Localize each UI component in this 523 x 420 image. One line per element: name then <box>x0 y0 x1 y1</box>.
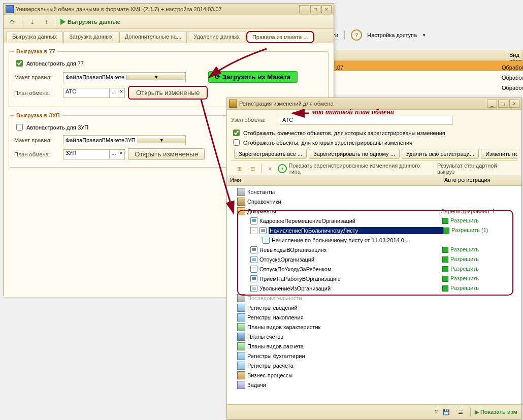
doc-otpuska[interactable]: ОтпускаОрганизацийРазрешить <box>227 254 521 264</box>
show-registered-link[interactable]: Показать зарегистрированные изменения да… <box>289 163 431 175</box>
export-icon[interactable]: ⤓ <box>26 16 38 27</box>
col-name[interactable]: Имя <box>227 175 441 185</box>
minimize-button[interactable]: _ <box>299 5 309 13</box>
run-export-button[interactable]: Выгрузить данные <box>60 19 120 25</box>
maket-select[interactable]: ФайлаПравилВМакете▼ <box>63 72 186 82</box>
refresh-icon[interactable]: ⟳ <box>7 16 18 27</box>
doc-kadrovoe[interactable]: КадровоеПеремещениеОрганизацийРазрешить <box>227 216 521 225</box>
maket-zup-select[interactable]: ФайлаПравилВМакетеЗУП▼ <box>63 135 186 145</box>
doc-priem[interactable]: ПриемНаРаботуВОрганизациюРазрешить <box>227 274 521 283</box>
doc-nachislenie-instance[interactable]: Начисление по больничному листу от 11.03… <box>227 235 521 245</box>
node-calc-registers[interactable]: Регистры расчета <box>227 361 521 370</box>
win2-help-icon[interactable]: ? <box>435 409 438 415</box>
open-changes-button[interactable]: Открыть измененые <box>128 86 208 100</box>
change-number-button[interactable]: Изменить но <box>481 149 517 159</box>
show-count-label: Отображать количество объектов, для кото… <box>243 130 445 136</box>
node-input[interactable] <box>280 115 452 125</box>
tree[interactable]: Константы Справочники ДокументыЗарегистр… <box>227 186 521 391</box>
add-icon[interactable]: + <box>278 164 287 173</box>
auto77-checkbox[interactable] <box>16 60 23 67</box>
delete-registration-button[interactable]: Удалить всю регистраци... <box>402 149 479 159</box>
maket-zup-label: Макет правил: <box>14 137 60 143</box>
node-accounting-registers[interactable]: Регистры бухгалтерии <box>227 351 521 361</box>
win1-titlebar[interactable]: Универсальный обмен данными в формате XM… <box>4 4 334 15</box>
maximize-button[interactable]: □ <box>310 5 320 13</box>
group-77-legend: Выгрузка в 77 <box>14 48 57 54</box>
win2-minimize-button[interactable]: _ <box>487 100 497 108</box>
win2-close-button[interactable]: × <box>509 100 519 108</box>
tab-delete[interactable]: Удаление данных <box>188 31 245 43</box>
plan-label: План обмена: <box>14 90 60 96</box>
node-char-plans[interactable]: Планы видов характеристик <box>227 322 521 332</box>
tab-export[interactable]: Выгрузка данных <box>7 31 62 43</box>
autozup-label: Автонастроить для ЗУП <box>26 124 88 131</box>
win2-maximize-button[interactable]: □ <box>498 100 508 108</box>
annotation-text: это типовой план обмена <box>312 108 394 116</box>
node-tasks[interactable]: Задачи <box>227 380 521 390</box>
doc-uvolnenie[interactable]: УвольнениеИзОрганизацийРазрешить <box>227 283 521 293</box>
show-changes-button[interactable]: ▶ Показать изм <box>475 409 517 415</box>
delete-icon[interactable]: × <box>265 163 276 174</box>
win1-toolbar: ⟳ ⤓ ⤒ Выгрузить данные <box>4 15 334 29</box>
auto77-checkbox-row: Автонастроить для 77 <box>14 58 323 68</box>
open-changes-zup-button[interactable]: Открыть измененые <box>128 148 205 160</box>
node-documents[interactable]: ДокументыЗарегистрировано: 1 <box>227 206 521 216</box>
win1-tabs: Выгрузка данных Загрузка данных Дополнит… <box>4 29 334 43</box>
tree-expand-icon[interactable]: ⊞ <box>234 163 245 174</box>
show-count-checkbox[interactable] <box>233 130 240 136</box>
register-all-button[interactable]: Зарегистрировать все ... <box>234 149 307 159</box>
auto77-label: Автонастроить для 77 <box>26 60 84 67</box>
bg-menu: ти ? Настройка доступа▼ <box>333 29 523 41</box>
bg-row-2[interactable]: Обработк <box>333 81 523 94</box>
tree-header: Имя Авто регистрация <box>227 175 521 186</box>
tab-import[interactable]: Загрузка данных <box>63 31 118 43</box>
register-one-button[interactable]: Зарегистрировать по одному ... <box>309 149 400 159</box>
node-calc-plans[interactable]: Планы видов расчета <box>227 341 521 351</box>
bg-col-headers: Вид обра <box>333 50 523 61</box>
show-objects-label: Отображать объекты, для которых зарегист… <box>243 140 412 146</box>
win1-title: Универсальный обмен данными в формате XM… <box>16 6 299 12</box>
node-label: Узел обмена: <box>231 117 277 123</box>
autozup-checkbox[interactable] <box>16 124 23 131</box>
col-autoreg[interactable]: Авто регистрация <box>441 175 494 185</box>
node-info-registers[interactable]: Регистры сведений <box>227 303 521 312</box>
node-business-processes[interactable]: Бизнес-процессы <box>227 370 521 380</box>
node-catalogs[interactable]: Справочники <box>227 197 521 206</box>
group-zup-legend: Выгрузка в ЗУП <box>14 112 62 118</box>
filter-icon[interactable]: ☰ <box>455 406 466 417</box>
node-sequences[interactable]: Последовательности <box>227 293 521 303</box>
plan-input-zup[interactable]: ЗУП...× <box>63 149 125 159</box>
maket-label: Макет правил: <box>14 74 60 80</box>
bg-menu-2[interactable]: Настройка доступа <box>367 32 417 38</box>
bg-col2: Вид обра <box>506 50 523 60</box>
import-icon[interactable]: ⤒ <box>41 16 52 27</box>
tree-collapse-icon[interactable]: ⊟ <box>247 163 258 174</box>
app-icon <box>6 5 14 13</box>
show-objects-checkbox[interactable] <box>233 139 240 146</box>
close-button[interactable]: × <box>321 5 332 13</box>
help-icon[interactable]: ? <box>351 29 362 41</box>
plan-zup-label: План обмена: <box>14 151 60 157</box>
doc-otpusk-rebenok[interactable]: ОтпускПоУходуЗаРебенкомРазрешить <box>227 264 521 274</box>
win2-app-icon <box>229 100 237 108</box>
tree-wrap: Имя Авто регистрация Константы Справочни… <box>227 175 521 404</box>
window-registration-changes: Регистрация изменений для обмена _ □ × У… <box>226 98 522 419</box>
node-account-plans[interactable]: Планы счетов <box>227 332 521 341</box>
node-accum-registers[interactable]: Регистры накопления <box>227 312 521 322</box>
load-from-maket-button[interactable]: ⟳ Загрузить из Макета <box>208 71 298 83</box>
win2-title: Регистрация изменений для обмена <box>239 101 487 107</box>
node-constants[interactable]: Константы <box>227 187 521 197</box>
collapse-icon[interactable]: − <box>250 227 257 234</box>
result-export-link[interactable]: Результат стандартной выгруз <box>437 163 514 175</box>
plan-input-77[interactable]: АТС...× <box>63 88 125 98</box>
tab-rules-template[interactable]: Правила из макета ... <box>246 31 314 43</box>
tab-additional[interactable]: Дополнительные на... <box>119 31 187 43</box>
win2-footer: ? 💾 ☰ ▶ Показать изм <box>227 404 521 419</box>
doc-nachislenie-bolnichniy[interactable]: −НачислениеПоБольничномуЛистуРазрешить (… <box>227 225 521 235</box>
save-icon[interactable]: 💾 <box>441 406 452 417</box>
doc-nevyhody[interactable]: НевыходыВОрганизацияхРазрешить <box>227 245 521 254</box>
